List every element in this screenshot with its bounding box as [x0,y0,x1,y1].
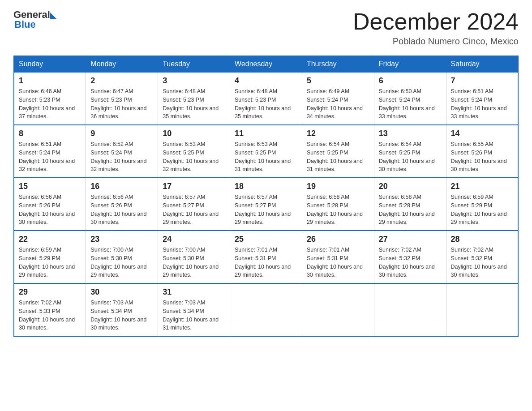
day-info: Sunrise: 7:01 AMSunset: 5:31 PMDaylight:… [235,247,291,278]
day-info: Sunrise: 6:47 AMSunset: 5:23 PMDaylight:… [90,88,146,120]
calendar-day-cell: 19 Sunrise: 6:58 AMSunset: 5:28 PMDaylig… [302,178,374,231]
day-number: 9 [90,129,153,138]
calendar-week-row: 1 Sunrise: 6:46 AMSunset: 5:23 PMDayligh… [14,72,518,125]
calendar-day-cell: 29 Sunrise: 7:02 AMSunset: 5:33 PMDaylig… [14,283,86,336]
day-info: Sunrise: 7:00 AMSunset: 5:30 PMDaylight:… [90,247,146,278]
day-info: Sunrise: 6:53 AMSunset: 5:25 PMDaylight:… [235,141,291,172]
day-info: Sunrise: 6:58 AMSunset: 5:28 PMDaylight:… [307,194,363,225]
day-number: 22 [19,235,81,244]
day-info: Sunrise: 6:55 AMSunset: 5:26 PMDaylight:… [451,141,507,172]
day-number: 28 [451,235,513,244]
day-number: 27 [379,235,442,244]
day-number: 16 [90,182,153,191]
calendar-day-cell: 28 Sunrise: 7:02 AMSunset: 5:32 PMDaylig… [446,231,518,283]
day-number: 18 [235,182,297,191]
day-number: 8 [19,129,81,138]
day-number: 17 [163,182,225,191]
calendar-day-header: Sunday [14,56,86,72]
calendar-header-row: SundayMondayTuesdayWednesdayThursdayFrid… [14,56,518,72]
day-info: Sunrise: 7:02 AMSunset: 5:32 PMDaylight:… [451,247,507,278]
calendar-day-header: Tuesday [158,56,230,72]
day-info: Sunrise: 6:57 AMSunset: 5:27 PMDaylight:… [235,194,291,225]
calendar-day-cell: 21 Sunrise: 6:59 AMSunset: 5:29 PMDaylig… [446,178,518,231]
calendar-day-cell [446,283,518,336]
day-info: Sunrise: 6:46 AMSunset: 5:23 PMDaylight:… [19,88,75,120]
day-number: 21 [451,182,513,191]
calendar-day-cell: 27 Sunrise: 7:02 AMSunset: 5:32 PMDaylig… [374,231,446,283]
calendar-day-cell: 13 Sunrise: 6:54 AMSunset: 5:25 PMDaylig… [374,125,446,178]
location-title: Poblado Numero Cinco, Mexico [353,36,519,47]
day-number: 5 [307,76,369,86]
day-info: Sunrise: 7:02 AMSunset: 5:32 PMDaylight:… [379,247,435,278]
day-info: Sunrise: 6:53 AMSunset: 5:25 PMDaylight:… [163,141,219,172]
day-number: 10 [163,129,225,138]
calendar-week-row: 8 Sunrise: 6:51 AMSunset: 5:24 PMDayligh… [14,125,518,178]
calendar-day-cell: 1 Sunrise: 6:46 AMSunset: 5:23 PMDayligh… [14,72,86,125]
day-info: Sunrise: 6:51 AMSunset: 5:24 PMDaylight:… [19,141,75,172]
calendar-day-cell: 6 Sunrise: 6:50 AMSunset: 5:24 PMDayligh… [374,72,446,125]
day-number: 24 [163,235,225,244]
day-number: 2 [90,76,153,86]
calendar-week-row: 29 Sunrise: 7:02 AMSunset: 5:33 PMDaylig… [14,283,518,336]
calendar-day-cell: 11 Sunrise: 6:53 AMSunset: 5:25 PMDaylig… [230,125,302,178]
calendar-week-row: 22 Sunrise: 6:59 AMSunset: 5:29 PMDaylig… [14,231,518,283]
calendar-day-cell: 7 Sunrise: 6:51 AMSunset: 5:24 PMDayligh… [446,72,518,125]
calendar-day-header: Monday [86,56,158,72]
day-info: Sunrise: 6:51 AMSunset: 5:24 PMDaylight:… [451,88,507,120]
header-right: December 2024 Poblado Numero Cinco, Mexi… [353,9,519,47]
day-info: Sunrise: 7:02 AMSunset: 5:33 PMDaylight:… [19,300,75,331]
calendar-day-cell: 22 Sunrise: 6:59 AMSunset: 5:29 PMDaylig… [14,231,86,283]
calendar-day-cell: 26 Sunrise: 7:01 AMSunset: 5:31 PMDaylig… [302,231,374,283]
day-number: 19 [307,182,369,191]
calendar-day-cell: 30 Sunrise: 7:03 AMSunset: 5:34 PMDaylig… [86,283,158,336]
page-header: General Blue December 2024 Poblado Numer… [13,9,519,47]
day-number: 1 [19,76,81,86]
logo-triangle-icon [50,13,56,19]
day-number: 7 [451,76,513,86]
calendar-table: SundayMondayTuesdayWednesdayThursdayFrid… [13,56,519,337]
day-info: Sunrise: 6:49 AMSunset: 5:24 PMDaylight:… [307,88,363,120]
day-number: 31 [163,287,225,297]
calendar-day-cell: 9 Sunrise: 6:52 AMSunset: 5:24 PMDayligh… [86,125,158,178]
calendar-day-cell: 17 Sunrise: 6:57 AMSunset: 5:27 PMDaylig… [158,178,230,231]
calendar-day-cell: 10 Sunrise: 6:53 AMSunset: 5:25 PMDaylig… [158,125,230,178]
calendar-day-cell: 12 Sunrise: 6:54 AMSunset: 5:25 PMDaylig… [302,125,374,178]
day-number: 11 [235,129,297,138]
logo-blue-text: Blue [14,19,36,30]
calendar-day-cell: 15 Sunrise: 6:56 AMSunset: 5:26 PMDaylig… [14,178,86,231]
calendar-day-cell: 3 Sunrise: 6:48 AMSunset: 5:23 PMDayligh… [158,72,230,125]
day-number: 20 [379,182,442,191]
day-number: 15 [19,182,81,191]
calendar-day-cell: 20 Sunrise: 6:58 AMSunset: 5:28 PMDaylig… [374,178,446,231]
day-number: 23 [90,235,153,244]
calendar-day-cell: 2 Sunrise: 6:47 AMSunset: 5:23 PMDayligh… [86,72,158,125]
day-number: 13 [379,129,442,138]
day-number: 12 [307,129,369,138]
calendar-day-header: Saturday [446,56,518,72]
calendar-day-cell [230,283,302,336]
day-info: Sunrise: 6:54 AMSunset: 5:25 PMDaylight:… [379,141,435,172]
calendar-day-header: Thursday [302,56,374,72]
calendar-day-cell: 16 Sunrise: 6:56 AMSunset: 5:26 PMDaylig… [86,178,158,231]
calendar-day-cell: 8 Sunrise: 6:51 AMSunset: 5:24 PMDayligh… [14,125,86,178]
day-info: Sunrise: 6:48 AMSunset: 5:23 PMDaylight:… [163,88,219,120]
calendar-day-cell: 24 Sunrise: 7:00 AMSunset: 5:30 PMDaylig… [158,231,230,283]
day-number: 30 [90,287,153,297]
calendar-day-cell: 18 Sunrise: 6:57 AMSunset: 5:27 PMDaylig… [230,178,302,231]
day-info: Sunrise: 6:50 AMSunset: 5:24 PMDaylight:… [379,88,435,120]
calendar-day-cell: 25 Sunrise: 7:01 AMSunset: 5:31 PMDaylig… [230,231,302,283]
calendar-day-cell: 5 Sunrise: 6:49 AMSunset: 5:24 PMDayligh… [302,72,374,125]
day-info: Sunrise: 6:48 AMSunset: 5:23 PMDaylight:… [235,88,291,120]
day-info: Sunrise: 6:59 AMSunset: 5:29 PMDaylight:… [451,194,507,225]
day-number: 25 [235,235,297,244]
day-number: 14 [451,129,513,138]
day-number: 4 [235,76,297,86]
calendar-day-cell: 23 Sunrise: 7:00 AMSunset: 5:30 PMDaylig… [86,231,158,283]
day-number: 3 [163,76,225,86]
day-info: Sunrise: 7:03 AMSunset: 5:34 PMDaylight:… [163,300,219,331]
calendar-week-row: 15 Sunrise: 6:56 AMSunset: 5:26 PMDaylig… [14,178,518,231]
day-number: 26 [307,235,369,244]
calendar-day-cell: 4 Sunrise: 6:48 AMSunset: 5:23 PMDayligh… [230,72,302,125]
calendar-day-cell: 14 Sunrise: 6:55 AMSunset: 5:26 PMDaylig… [446,125,518,178]
day-info: Sunrise: 6:57 AMSunset: 5:27 PMDaylight:… [163,194,219,225]
